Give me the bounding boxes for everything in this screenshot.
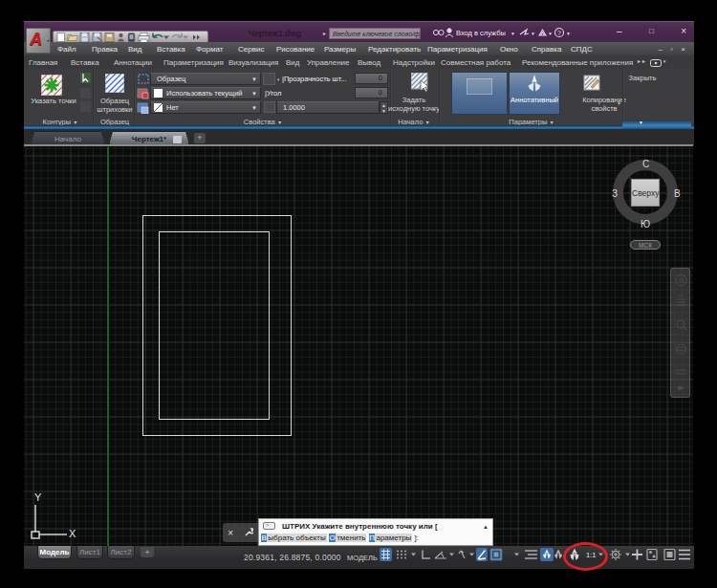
svg-text:▼: ▼ — [511, 31, 515, 36]
svg-text:Y: Y — [34, 491, 42, 503]
svg-text:?: ? — [557, 30, 561, 36]
svg-text:Вход в службы: Вход в службы — [456, 29, 506, 37]
svg-text:▼: ▼ — [531, 31, 535, 36]
svg-text:X: X — [69, 528, 76, 539]
svg-text:▼: ▼ — [566, 31, 571, 36]
svg-text:▼: ▼ — [548, 31, 553, 36]
